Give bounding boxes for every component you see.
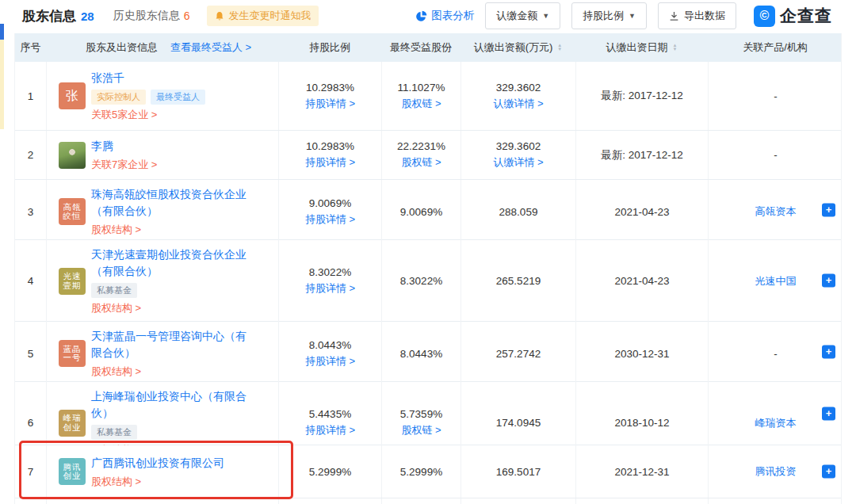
product-cell: - <box>708 62 843 130</box>
shareholder-count: 28 <box>81 10 94 23</box>
row-index: 1 <box>15 62 46 130</box>
chart-analysis-label: 图表分析 <box>431 9 474 23</box>
shareholder-avatar[interactable]: 高瓴皎恒 <box>59 198 86 225</box>
bell-icon <box>215 11 224 21</box>
row-index: 5 <box>15 322 46 385</box>
sort-date-icon[interactable]: ▲▼ <box>673 44 678 52</box>
col-header-date: 认缴出资日期 ▲▼ <box>575 40 708 55</box>
tag-row: 实际控制人 最终受益人 <box>91 90 205 105</box>
ratio-cell: 8.0443% 持股详情 > <box>278 322 381 385</box>
amount-filter-dropdown[interactable]: 认缴金额 ▼ <box>485 2 560 29</box>
private-fund-tag: 私募基金 <box>91 283 137 298</box>
shareholder-name-link[interactable]: 上海峰瑞创业投资中心（有限合伙） <box>91 388 254 422</box>
shareholder-info-page: 股东信息 28 历史股东信息 6 发生变更时通知我 图表分析 认缴金额 ▼ 持股… <box>0 0 856 504</box>
private-fund-tag: 私募基金 <box>91 425 137 440</box>
shareholder-cell: 张 张浩千 实际控制人 最终受益人 关联5家企业 > <box>46 62 278 130</box>
shareholder-cell: 李腾 关联7家企业 > <box>46 131 278 179</box>
amount-cell: 288.059 <box>460 180 575 243</box>
expand-plus-button[interactable] <box>822 203 835 216</box>
shareholder-avatar[interactable]: 蓝晶一号 <box>59 340 86 367</box>
shareholder-cell: 高瓴皎恒 珠海高瓴皎恒股权投资合伙企业（有限合伙） 股权结构 > <box>46 180 278 243</box>
amount-cell: 257.2742 <box>460 322 575 385</box>
download-icon <box>669 11 679 21</box>
ultimate-beneficiary-tag: 最终受益人 <box>151 90 205 105</box>
related-product-link[interactable]: 峰瑞资本 <box>755 416 797 430</box>
export-data-button[interactable]: 导出数据 <box>658 2 736 29</box>
equity-structure-link[interactable]: 股权结构 > <box>91 223 141 237</box>
date-cell: 2021-12-31 <box>575 445 708 498</box>
shareholder-avatar[interactable]: 腾讯创业 <box>59 458 86 485</box>
shareholder-cell: 光速壹期 天津光速壹期创业投资合伙企业（有限合伙） 私募基金 股权结构 > <box>46 240 278 322</box>
ratio-cell: 10.2983% 持股详情 > <box>278 62 381 130</box>
chart-analysis-button[interactable]: 图表分析 <box>415 9 474 23</box>
shareholder-name-link[interactable]: 李腾 <box>91 138 113 155</box>
shareholder-avatar[interactable]: 光速壹期 <box>59 268 86 295</box>
date-cell: 2021-04-23 <box>575 180 708 243</box>
subscription-detail-link[interactable]: 认缴详情 > <box>493 155 543 170</box>
related-companies-link[interactable]: 关联5家企业 > <box>91 108 157 122</box>
ratio-cell: 10.2983% 持股详情 > <box>278 131 381 179</box>
amount-cell: 329.3602 认缴详情 > <box>460 131 575 179</box>
equity-chain-link[interactable]: 股权链 > <box>401 423 441 437</box>
notify-change-button[interactable]: 发生变更时通知我 <box>207 6 319 26</box>
row-index: 3 <box>15 180 46 243</box>
row-index: 4 <box>15 240 46 322</box>
shareholder-name-link[interactable]: 珠海高瓴皎恒股权投资合伙企业（有限合伙） <box>91 186 254 220</box>
shareholder-name-link[interactable]: 天津光速壹期创业投资合伙企业（有限合伙） <box>91 246 254 280</box>
col-header-product: 关联产品/机构 <box>708 40 843 55</box>
actual-controller-tag: 实际控制人 <box>91 90 146 105</box>
product-cell: - <box>708 131 843 179</box>
holding-detail-link[interactable]: 持股详情 > <box>305 423 355 437</box>
row-index: 2 <box>15 131 46 179</box>
shareholder-cell: 腾讯创业 广西腾讯创业投资有限公司 股权结构 > <box>46 445 278 498</box>
equity-structure-link[interactable]: 股权结构 > <box>91 475 141 489</box>
shareholder-cell: 蓝晶一号 天津蓝晶一号管理咨询中心（有限合伙） 股权结构 > <box>46 322 278 385</box>
related-product-link[interactable]: 光速中国 <box>755 274 797 288</box>
header-toolbar: 图表分析 认缴金额 ▼ 持股比例 ▼ 导出数据 © 企查查 <box>415 2 832 29</box>
shareholder-name-link[interactable]: 张浩千 <box>91 70 124 86</box>
amount-cell: 265.5219 <box>460 240 575 322</box>
expand-plus-button[interactable] <box>822 465 835 479</box>
expand-plus-button[interactable] <box>822 274 835 288</box>
qichacha-logo-icon: © <box>754 6 775 27</box>
ratio-filter-dropdown[interactable]: 持股比例 ▼ <box>571 2 647 29</box>
table-row: 5 蓝晶一号 天津蓝晶一号管理咨询中心（有限合伙） 股权结构 > 8.0443%… <box>15 322 841 382</box>
equity-structure-link[interactable]: 股权结构 > <box>91 365 141 379</box>
tab-history-shareholders[interactable]: 历史股东信息 <box>113 9 180 23</box>
holding-detail-link[interactable]: 持股详情 > <box>305 354 355 368</box>
expand-plus-button[interactable] <box>822 345 835 358</box>
benefit-cell: 9.0069% <box>381 180 460 243</box>
shareholder-avatar[interactable]: 张 <box>59 82 86 109</box>
col-header-index: 序号 <box>15 40 46 55</box>
table-row-partial <box>15 498 841 504</box>
view-beneficiary-link[interactable]: 查看最终受益人 > <box>170 40 251 55</box>
amount-cell: 329.3602 认缴详情 > <box>460 62 575 130</box>
holding-detail-link[interactable]: 持股详情 > <box>305 281 355 296</box>
sort-amount-icon[interactable]: ▲▼ <box>557 44 562 52</box>
shareholder-photo-avatar[interactable] <box>59 142 86 169</box>
subscription-detail-link[interactable]: 认缴详情 > <box>493 97 543 111</box>
shareholder-avatar[interactable]: 峰瑞创业 <box>59 410 86 437</box>
date-cell: 2030-12-31 <box>575 322 708 385</box>
col-header-benefit: 最终受益股份 <box>381 40 460 55</box>
related-product-link[interactable]: 腾讯投资 <box>755 464 797 479</box>
shareholder-name-link[interactable]: 广西腾讯创业投资有限公司 <box>91 455 224 472</box>
benefit-cell: 22.2231% 股权链 > <box>381 131 460 179</box>
shareholder-name-link[interactable]: 天津蓝晶一号管理咨询中心（有限合伙） <box>91 328 254 361</box>
related-companies-link[interactable]: 关联7家企业 > <box>91 158 157 172</box>
expand-plus-button[interactable] <box>822 407 835 420</box>
equity-chain-link[interactable]: 股权链 > <box>401 155 441 170</box>
history-count: 6 <box>184 10 190 22</box>
table-row: 6 峰瑞创业 上海峰瑞创业投资中心（有限合伙） 私募基金 股权结构 > 5.44… <box>15 382 841 445</box>
holding-detail-link[interactable]: 持股详情 > <box>305 212 355 227</box>
holding-detail-link[interactable]: 持股详情 > <box>305 155 355 170</box>
related-product-link[interactable]: 高瓴资本 <box>755 204 797 219</box>
holding-detail-link[interactable]: 持股详情 > <box>305 97 355 111</box>
benefit-cell: 8.0443% <box>381 322 460 385</box>
equity-structure-link[interactable]: 股权结构 > <box>91 301 141 315</box>
equity-chain-link[interactable]: 股权链 > <box>401 97 441 111</box>
page-title: 股东信息 <box>22 7 76 25</box>
ratio-cell: 9.0069% 持股详情 > <box>278 180 381 243</box>
qichacha-logo-text: 企查查 <box>780 5 832 27</box>
table-row: 1 张 张浩千 实际控制人 最终受益人 关联5家企业 > 10.2983% 持股… <box>15 62 841 131</box>
